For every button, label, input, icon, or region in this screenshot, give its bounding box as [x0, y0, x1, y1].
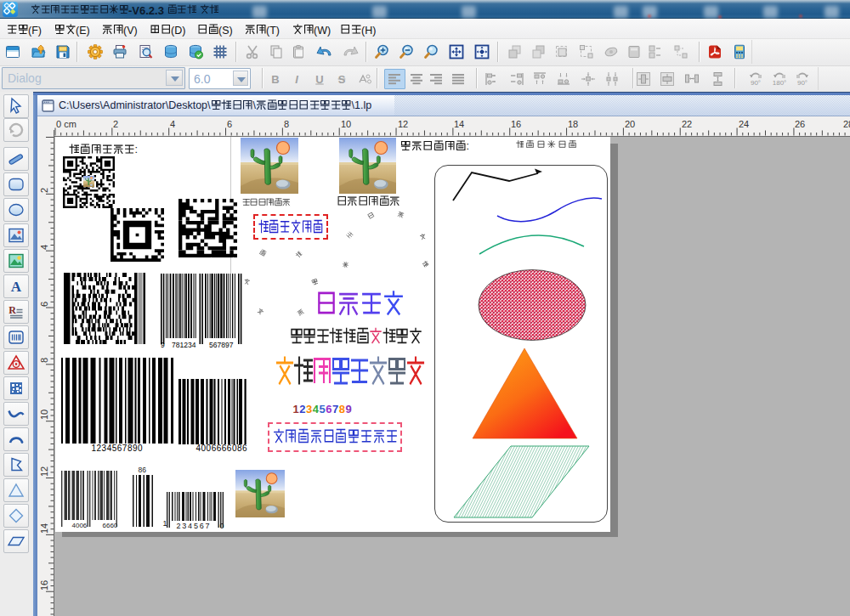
- svg-text:781234: 781234: [172, 341, 196, 349]
- svg-text:A: A: [11, 279, 22, 295]
- svg-text:9: 9: [161, 341, 165, 349]
- svg-text:R: R: [8, 304, 16, 316]
- svg-text:567897: 567897: [209, 341, 234, 349]
